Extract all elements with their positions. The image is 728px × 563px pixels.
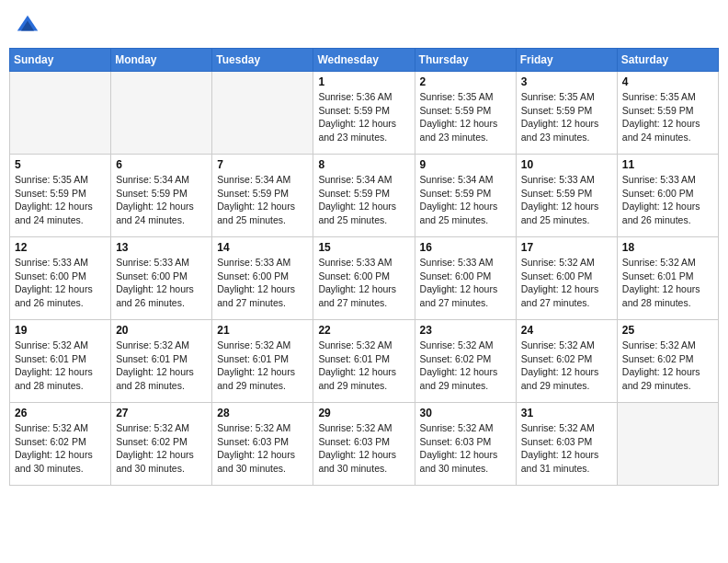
calendar-week-row: 26Sunrise: 5:32 AMSunset: 6:02 PMDayligh… bbox=[10, 403, 719, 486]
day-number: 31 bbox=[521, 407, 612, 419]
day-info: Sunrise: 5:34 AMSunset: 5:59 PMDaylight:… bbox=[420, 173, 511, 227]
day-info: Sunrise: 5:32 AMSunset: 6:02 PMDaylight:… bbox=[420, 339, 511, 393]
calendar-cell: 9Sunrise: 5:34 AMSunset: 5:59 PMDaylight… bbox=[415, 155, 516, 237]
day-info: Sunrise: 5:34 AMSunset: 5:59 PMDaylight:… bbox=[217, 173, 308, 227]
day-of-week-header: Thursday bbox=[415, 49, 516, 72]
calendar-cell: 24Sunrise: 5:32 AMSunset: 6:02 PMDayligh… bbox=[516, 320, 617, 403]
calendar-cell: 17Sunrise: 5:32 AMSunset: 6:00 PMDayligh… bbox=[516, 237, 617, 320]
calendar-cell: 3Sunrise: 5:35 AMSunset: 5:59 PMDaylight… bbox=[516, 72, 617, 155]
day-number: 14 bbox=[217, 241, 308, 254]
calendar-cell: 14Sunrise: 5:33 AMSunset: 6:00 PMDayligh… bbox=[212, 237, 313, 320]
day-info: Sunrise: 5:32 AMSunset: 6:02 PMDaylight:… bbox=[622, 339, 713, 393]
day-of-week-header: Friday bbox=[516, 49, 617, 72]
day-number: 16 bbox=[420, 241, 511, 254]
calendar-cell: 5Sunrise: 5:35 AMSunset: 5:59 PMDaylight… bbox=[10, 155, 111, 237]
calendar-cell bbox=[617, 403, 718, 486]
calendar-cell: 16Sunrise: 5:33 AMSunset: 6:00 PMDayligh… bbox=[415, 237, 516, 320]
day-info: Sunrise: 5:33 AMSunset: 5:59 PMDaylight:… bbox=[521, 173, 612, 227]
day-info: Sunrise: 5:32 AMSunset: 6:02 PMDaylight:… bbox=[521, 339, 612, 393]
day-number: 6 bbox=[116, 158, 207, 171]
day-number: 18 bbox=[622, 241, 713, 254]
day-info: Sunrise: 5:35 AMSunset: 5:59 PMDaylight:… bbox=[622, 90, 713, 144]
calendar-cell: 23Sunrise: 5:32 AMSunset: 6:02 PMDayligh… bbox=[415, 320, 516, 403]
day-of-week-header: Saturday bbox=[617, 49, 718, 72]
calendar-cell: 12Sunrise: 5:33 AMSunset: 6:00 PMDayligh… bbox=[10, 237, 111, 320]
day-number: 24 bbox=[521, 324, 612, 337]
calendar-cell: 13Sunrise: 5:33 AMSunset: 6:00 PMDayligh… bbox=[111, 237, 212, 320]
day-number: 3 bbox=[521, 75, 612, 88]
logo bbox=[15, 13, 44, 39]
calendar-table: SundayMondayTuesdayWednesdayThursdayFrid… bbox=[9, 48, 719, 486]
calendar-cell: 20Sunrise: 5:32 AMSunset: 6:01 PMDayligh… bbox=[111, 320, 212, 403]
day-number: 2 bbox=[420, 75, 511, 88]
day-info: Sunrise: 5:32 AMSunset: 6:01 PMDaylight:… bbox=[15, 339, 106, 393]
day-number: 7 bbox=[217, 158, 308, 171]
day-number: 12 bbox=[15, 241, 106, 254]
calendar-week-row: 1Sunrise: 5:36 AMSunset: 5:59 PMDaylight… bbox=[10, 72, 719, 155]
day-number: 9 bbox=[420, 158, 511, 171]
day-info: Sunrise: 5:34 AMSunset: 5:59 PMDaylight:… bbox=[318, 173, 409, 227]
calendar-cell: 19Sunrise: 5:32 AMSunset: 6:01 PMDayligh… bbox=[10, 320, 111, 403]
calendar-cell: 1Sunrise: 5:36 AMSunset: 5:59 PMDaylight… bbox=[313, 72, 415, 155]
calendar-week-row: 12Sunrise: 5:33 AMSunset: 6:00 PMDayligh… bbox=[10, 237, 719, 320]
calendar-header-row: SundayMondayTuesdayWednesdayThursdayFrid… bbox=[10, 49, 719, 72]
calendar-cell: 8Sunrise: 5:34 AMSunset: 5:59 PMDaylight… bbox=[313, 155, 415, 237]
day-info: Sunrise: 5:32 AMSunset: 6:02 PMDaylight:… bbox=[116, 421, 207, 476]
calendar-cell bbox=[212, 72, 313, 155]
day-number: 23 bbox=[420, 324, 511, 337]
calendar-cell: 26Sunrise: 5:32 AMSunset: 6:02 PMDayligh… bbox=[10, 403, 111, 486]
day-number: 20 bbox=[116, 324, 207, 337]
calendar-cell: 18Sunrise: 5:32 AMSunset: 6:01 PMDayligh… bbox=[617, 237, 718, 320]
day-info: Sunrise: 5:35 AMSunset: 5:59 PMDaylight:… bbox=[15, 173, 106, 227]
calendar-cell: 29Sunrise: 5:32 AMSunset: 6:03 PMDayligh… bbox=[313, 403, 415, 486]
calendar-cell: 7Sunrise: 5:34 AMSunset: 5:59 PMDaylight… bbox=[212, 155, 313, 237]
day-number: 29 bbox=[318, 407, 409, 419]
day-number: 26 bbox=[15, 407, 106, 419]
day-number: 21 bbox=[217, 324, 308, 337]
day-info: Sunrise: 5:36 AMSunset: 5:59 PMDaylight:… bbox=[318, 90, 409, 144]
calendar-cell: 10Sunrise: 5:33 AMSunset: 5:59 PMDayligh… bbox=[516, 155, 617, 237]
day-number: 28 bbox=[217, 407, 308, 419]
day-info: Sunrise: 5:32 AMSunset: 6:03 PMDaylight:… bbox=[420, 421, 511, 476]
day-info: Sunrise: 5:34 AMSunset: 5:59 PMDaylight:… bbox=[116, 173, 207, 227]
day-info: Sunrise: 5:33 AMSunset: 6:00 PMDaylight:… bbox=[420, 256, 511, 310]
logo-icon bbox=[15, 13, 40, 39]
day-number: 11 bbox=[622, 158, 713, 171]
day-of-week-header: Monday bbox=[111, 49, 212, 72]
calendar-cell: 11Sunrise: 5:33 AMSunset: 6:00 PMDayligh… bbox=[617, 155, 718, 237]
day-info: Sunrise: 5:32 AMSunset: 6:01 PMDaylight:… bbox=[622, 256, 713, 310]
calendar-cell: 31Sunrise: 5:32 AMSunset: 6:03 PMDayligh… bbox=[516, 403, 617, 486]
calendar-cell: 22Sunrise: 5:32 AMSunset: 6:01 PMDayligh… bbox=[313, 320, 415, 403]
day-info: Sunrise: 5:33 AMSunset: 6:00 PMDaylight:… bbox=[622, 173, 713, 227]
day-of-week-header: Wednesday bbox=[313, 49, 415, 72]
day-info: Sunrise: 5:33 AMSunset: 6:00 PMDaylight:… bbox=[15, 256, 106, 310]
day-number: 13 bbox=[116, 241, 207, 254]
day-number: 1 bbox=[318, 75, 409, 88]
day-number: 27 bbox=[116, 407, 207, 419]
day-info: Sunrise: 5:32 AMSunset: 6:01 PMDaylight:… bbox=[217, 339, 308, 393]
day-number: 22 bbox=[318, 324, 409, 337]
day-number: 4 bbox=[622, 75, 713, 88]
day-info: Sunrise: 5:33 AMSunset: 6:00 PMDaylight:… bbox=[318, 256, 409, 310]
calendar-cell: 30Sunrise: 5:32 AMSunset: 6:03 PMDayligh… bbox=[415, 403, 516, 486]
day-info: Sunrise: 5:33 AMSunset: 6:00 PMDaylight:… bbox=[116, 256, 207, 310]
day-info: Sunrise: 5:32 AMSunset: 6:03 PMDaylight:… bbox=[521, 421, 612, 476]
day-info: Sunrise: 5:33 AMSunset: 6:00 PMDaylight:… bbox=[217, 256, 308, 310]
day-info: Sunrise: 5:35 AMSunset: 5:59 PMDaylight:… bbox=[420, 90, 511, 144]
day-number: 10 bbox=[521, 158, 612, 171]
day-info: Sunrise: 5:32 AMSunset: 6:01 PMDaylight:… bbox=[318, 339, 409, 393]
day-number: 8 bbox=[318, 158, 409, 171]
day-number: 25 bbox=[622, 324, 713, 337]
calendar-cell: 2Sunrise: 5:35 AMSunset: 5:59 PMDaylight… bbox=[415, 72, 516, 155]
page-header bbox=[9, 9, 719, 42]
day-of-week-header: Sunday bbox=[10, 49, 111, 72]
day-number: 19 bbox=[15, 324, 106, 337]
calendar-cell bbox=[10, 72, 111, 155]
day-of-week-header: Tuesday bbox=[212, 49, 313, 72]
day-info: Sunrise: 5:32 AMSunset: 6:03 PMDaylight:… bbox=[318, 421, 409, 476]
day-number: 15 bbox=[318, 241, 409, 254]
calendar-cell: 6Sunrise: 5:34 AMSunset: 5:59 PMDaylight… bbox=[111, 155, 212, 237]
day-info: Sunrise: 5:35 AMSunset: 5:59 PMDaylight:… bbox=[521, 90, 612, 144]
day-number: 30 bbox=[420, 407, 511, 419]
calendar-cell: 25Sunrise: 5:32 AMSunset: 6:02 PMDayligh… bbox=[617, 320, 718, 403]
